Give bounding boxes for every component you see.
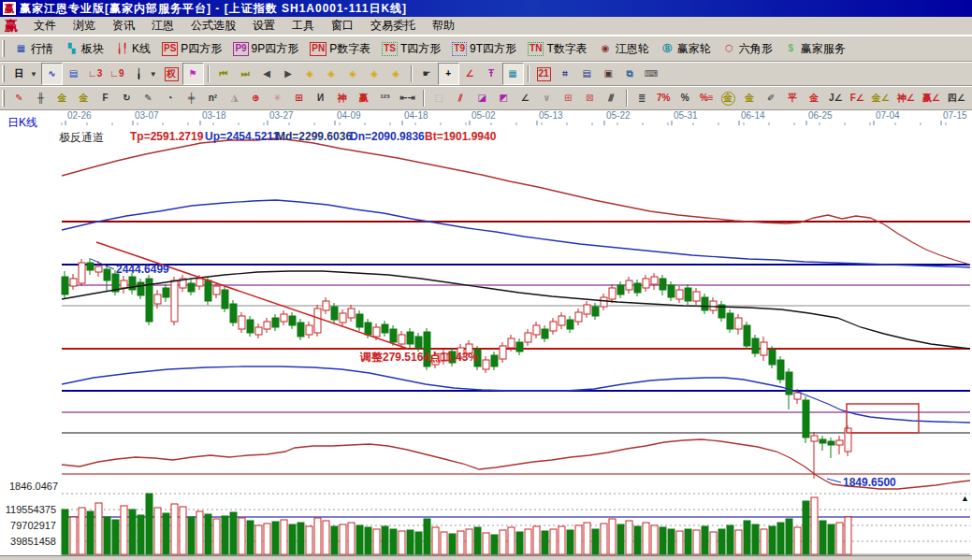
tool-n-square-button[interactable]: n² [202, 87, 224, 109]
menu-item-file[interactable]: 文件 [25, 16, 65, 36]
tool-shen-gate-button[interactable]: 神 [331, 87, 353, 109]
tool-angle-lines-button[interactable]: ∠ [515, 87, 536, 109]
tool-shen-angle-button[interactable]: 神∠ [893, 87, 919, 109]
tool-step-chart-9-button[interactable]: ∟9 [106, 63, 127, 85]
tool-calculator-button[interactable]: ⌗ [555, 63, 576, 85]
tool-percent-button[interactable]: % [675, 87, 696, 109]
tool-f-angle-button[interactable]: F∠ [847, 87, 868, 109]
toolbar-button-sectors[interactable]: ▚板块 [59, 37, 109, 60]
tool-grid-box-button[interactable]: ⊞ [558, 87, 579, 109]
tool-zoom-in-button[interactable]: ◈ [364, 63, 385, 85]
tool-web-box-button[interactable]: ⊞ [288, 87, 310, 109]
tool-gann-box-button[interactable]: ▦ [502, 63, 524, 85]
tool-candle-style-button[interactable]: ╽▼ [128, 63, 161, 85]
tool-chart-layout-button[interactable]: ∿ [41, 63, 63, 85]
tool-hash-lines-button[interactable]: ╪ [181, 87, 202, 109]
tool-j-angle-button[interactable]: J∠ [825, 87, 847, 109]
tool-win-gate-button[interactable]: 赢 [353, 87, 374, 109]
tool-calendar-button[interactable]: 21 [533, 63, 555, 85]
tool-volume-flag-button[interactable]: ⚑ [182, 63, 204, 85]
menu-item-help[interactable]: 帮助 [424, 16, 463, 36]
tool-last-page-button[interactable]: ⏭ [235, 63, 256, 85]
tool-gold-underline-button[interactable]: 金 [804, 87, 825, 109]
menu-item-news[interactable]: 资讯 [104, 16, 143, 36]
tool-f-gate-button[interactable]: F [94, 87, 116, 109]
toolbar-grip[interactable] [2, 40, 5, 57]
tool-spiral-button[interactable]: ↻ [116, 87, 138, 109]
toolbar-button-t-square[interactable]: TST四方形 [376, 37, 446, 60]
menu-item-gann[interactable]: 江恩 [143, 16, 182, 36]
tool-gold-gate-2-button[interactable]: 金 [73, 87, 94, 109]
chart-annotation[interactable]: 调整279.5164点11.43% [359, 351, 478, 364]
scroll-marker-icon[interactable]: ▲ [961, 494, 969, 503]
tool-notes-button[interactable]: ▤ [576, 63, 598, 85]
tool-zoom-out-button[interactable]: ◈ [342, 63, 364, 85]
tool-v-lines-button[interactable]: ∨ [536, 87, 558, 109]
indicator-name-label[interactable]: 极反通道 [59, 130, 104, 146]
tool-parallel-lines-button[interactable]: ⫻ [601, 87, 622, 109]
chart-annotation[interactable]: 1849.6500 [843, 476, 896, 489]
menu-item-settings[interactable]: 设置 [244, 16, 283, 36]
title-bar[interactable]: 赢 赢家江恩专业版[赢家内部服务平台] - [上证指数 SH1A0001-111… [0, 0, 972, 17]
tool-fan-box-button[interactable]: ◪ [471, 87, 493, 109]
tool-pen-measure-button[interactable]: ✎ [138, 87, 159, 109]
tool-list-tool-button[interactable]: ≣ [631, 87, 653, 109]
tool-circle-thirds-button[interactable]: ◔ [159, 87, 181, 109]
toolbar-button-winner-wheel[interactable]: Ⓑ赢家轮 [655, 37, 717, 60]
tool-restore-rights-button[interactable]: 权 [161, 63, 182, 85]
tool-box-select-button[interactable]: ⬚ [428, 87, 450, 109]
tool-ruler-123-button[interactable]: ¹²³ [374, 87, 396, 109]
tool-save-button[interactable]: ▣ [598, 63, 619, 85]
tool-angle-measure-button[interactable]: ∠ [459, 63, 481, 85]
toolbar-button-9p-square[interactable]: P99P四方形 [227, 37, 304, 60]
menu-item-browse[interactable]: 浏览 [65, 16, 104, 36]
tool-next-bar-button[interactable]: ▶ [278, 63, 299, 85]
tool-zoom-reset-button[interactable]: ◈ [385, 63, 407, 85]
menu-item-formula-stock-pick[interactable]: 公式选股 [182, 16, 244, 36]
tool-t-measure-button[interactable]: Ŧ [481, 63, 502, 85]
kline-chart[interactable]: 02-2603-0703-1803-2704-0904-1805-0205-13… [0, 110, 972, 555]
tool-fan-box-2-button[interactable]: ◩ [493, 87, 515, 109]
chart-annotation[interactable]: 2444.6499 [116, 263, 169, 276]
tool-win-angle-button[interactable]: 赢∠ [919, 87, 944, 109]
toolbar-button-winner-service[interactable]: $赢家服务 [778, 37, 851, 60]
tool-hand-tool-button[interactable]: ☛ [416, 63, 438, 85]
tool-remote-pc-button[interactable]: ⌨ [641, 63, 662, 85]
toolbar-button-p-square[interactable]: PSP四方形 [156, 37, 227, 60]
tool-network-button[interactable]: ⧉ [619, 63, 641, 85]
tool-pen-button[interactable]: ✎ [8, 87, 30, 109]
toolbar-button-p-digit-table[interactable]: PNP数字表 [304, 37, 376, 60]
menu-item-trade-order[interactable]: 交易委托 [362, 16, 424, 36]
tool-grid-box-2-button[interactable]: ⊠ [579, 87, 601, 109]
menu-item-tools[interactable]: 工具 [283, 16, 323, 36]
toolbar-button-9t-square[interactable]: T99T四方形 [446, 37, 522, 60]
menu-item-window[interactable]: 窗口 [323, 16, 362, 36]
toolbar-button-t-digit-table[interactable]: TNT数字表 [522, 37, 593, 60]
toolbar-grip[interactable] [2, 90, 5, 107]
tool-info-doc-button[interactable]: ▤ [63, 63, 84, 85]
tool-crosshair-tool-button[interactable]: + [438, 63, 459, 85]
toolbar-button-quotes[interactable]: ▦行情 [8, 37, 59, 60]
tool-prev-bar-button[interactable]: ◀ [256, 63, 278, 85]
tool-shift-right-button[interactable]: ◈ [321, 63, 342, 85]
tool-ping-box-button[interactable]: 平 [782, 87, 804, 109]
tool-seven-percent-button[interactable]: 7% [653, 87, 675, 109]
tool-first-page-button[interactable]: ⏮ [213, 63, 235, 85]
tool-spider-web-button[interactable]: ✳ [267, 87, 288, 109]
tool-resistance-mark-button[interactable]: И [310, 87, 331, 109]
tool-gold-gate-1-button[interactable]: 金 [51, 87, 73, 109]
tool-angle-ruler-button[interactable]: ◮ [224, 87, 245, 109]
toolbar-button-gann-wheel[interactable]: ◉江恩轮 [593, 37, 655, 60]
tool-step-chart-3-button[interactable]: ∟3 [84, 63, 106, 85]
tool-span-measure-button[interactable]: ⇤⇥ [396, 87, 419, 109]
tool-gann-fan-button[interactable]: ⫽ [450, 87, 471, 109]
tool-pen-candle-button[interactable]: ✐ [761, 87, 782, 109]
tool-period-day-button[interactable]: 日▼ [8, 63, 41, 85]
toolbar-grip[interactable] [2, 65, 5, 82]
tool-gold-circle-button[interactable]: 金 [718, 87, 739, 109]
toolbar-button-hexagon[interactable]: ⬡六角形 [717, 37, 778, 60]
tool-shift-left-button[interactable]: ◈ [299, 63, 321, 85]
tool-gold-lines-button[interactable]: 金 [739, 87, 761, 109]
tool-si-angle-button[interactable]: 四∠ [944, 87, 969, 109]
tool-gold-angle-button[interactable]: 金∠ [868, 87, 893, 109]
